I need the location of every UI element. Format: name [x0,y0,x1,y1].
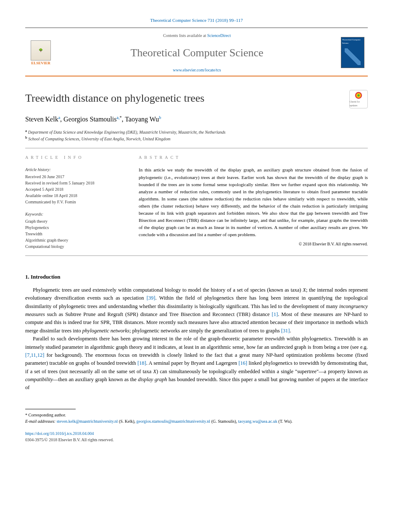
intro-para-2: Parallel to such developments there has … [25,335,368,392]
p1-g: . [290,328,291,334]
online-date: Available online 18 April 2018 [25,192,122,199]
p1-d: such as Subtree Prune and Regraft (SPR) … [45,311,272,317]
article-history: Article history: Received 26 June 2017 R… [25,166,122,250]
author-2: , Georgios Stamoulis [60,116,116,123]
keyword-3: Treewidth [25,231,122,237]
journal-header: 🌳 ELSEVIER Contents lists available at S… [25,28,368,76]
elsevier-logo: 🌳 ELSEVIER [29,39,53,66]
elsevier-tree-icon: 🌳 [31,40,51,61]
p2-a: Parallel to such developments there has … [33,336,265,342]
section-1-heading: 1. Introduction [25,273,368,281]
ref-16[interactable]: [16] [238,360,247,366]
corresponding-author-note: * Corresponding author. [25,412,368,418]
keywords-heading: Keywords: [25,211,122,217]
author-3: , Taoyang Wu [121,116,159,123]
display-graph-em: display graph [138,377,167,382]
affiliation-a: a Department of Data Science and Knowled… [25,129,368,135]
svg-point-2 [357,94,360,97]
header-left: 🌳 ELSEVIER [29,39,53,66]
affiliation-a-text: Department of Data Science and Knowledge… [28,130,226,134]
abstract-label: ABSTRACT [139,154,368,161]
intro-para-1: Phylogenetic trees are used extensively … [25,286,368,335]
p1-f: ; phylogenetic networks are simply the g… [129,328,281,334]
phylonet-em: phylogenetic networks [82,328,129,334]
treewidth-em: treewidth [265,336,285,342]
accepted-date: Accepted 5 April 2018 [25,186,122,192]
journal-name: Theoretical Computer Science [53,45,341,61]
rule-above-info [25,148,368,148]
journal-cover-thumbnail: Theoretical Computer Science [341,37,364,68]
check-updates-icon [354,91,363,100]
p2-d: . A seminal paper by Bryant and Lagergre… [146,360,239,366]
contents-available-line: Contents lists available at ScienceDirec… [53,32,341,39]
received-date: Received 26 June 2017 [25,174,122,180]
keyword-5: Computational biology [25,243,122,250]
abstract-column: ABSTRACT In this article we study the tr… [139,154,368,250]
author-list: Steven Kelka, Georgios Stamoulisa,*, Tao… [25,114,368,124]
ref-39[interactable]: [39] [147,295,156,301]
affiliation-b-text: School of Computing Sciences, University… [28,137,170,141]
ref-18[interactable]: [18] [137,360,146,366]
ref-1[interactable]: [1] [272,311,278,317]
email-kelk-who: (S. Kelk) [119,419,135,424]
keyword-2: Phylogenetics [25,224,122,231]
article-title: Treewidth distance on phylogenetic trees [25,90,205,106]
keyword-1: Graph theory [25,218,122,224]
check-badge-label: Check for updates [350,100,367,108]
title-row: Treewidth distance on phylogenetic trees… [25,90,368,108]
footnotes: * Corresponding author. E-mail addresses… [25,412,368,424]
issn-copyright: 0304-3975/© 2018 Elsevier B.V. All right… [25,437,368,443]
email-stamoulis[interactable]: georgios.stamoulis@maastrichtuniversity.… [137,419,211,424]
article-info-label: ARTICLE INFO [25,154,122,161]
citation-line: Theoretical Computer Science 731 (2018) … [25,17,368,24]
p1-a: Phylogenetic trees are used extensively … [33,287,303,293]
affiliation-b: b School of Computing Sciences, Universi… [25,135,368,142]
journal-homepage-link: www.elsevier.com/locate/tcs [53,67,341,73]
abstract-copyright: © 2018 Elsevier B.V. All rights reserved… [139,241,368,247]
cover-label: Theoretical Computer Science [342,39,361,44]
p2-g: —then an auxiliary graph known as the [53,377,138,382]
sciencedirect-link[interactable]: ScienceDirect [207,33,231,38]
header-center: Contents lists available at ScienceDirec… [53,32,341,73]
footnote-rule [25,409,76,409]
keyword-4: Algorithmic graph theory [25,237,122,243]
taxa-symbol-2: X [153,369,156,374]
communicated-by: Communicated by F.V. Fomin [25,199,122,205]
affiliations: a Department of Data Science and Knowled… [25,129,368,142]
publisher-name: ELSEVIER [31,61,50,66]
p2-f: ) can simultaneously be topologically em… [156,369,368,374]
corresponding-text: Corresponding author. [29,413,66,417]
email-label: E-mail addresses: [25,419,55,424]
email-addresses-line: E-mail addresses: steven.kelk@maastricht… [25,418,368,424]
doi-link[interactable]: https://doi.org/10.1016/j.tcs.2018.04.00… [25,431,94,436]
history-heading: Article history: [25,166,122,173]
email-stamoulis-who: (G. Stamoulis) [211,419,236,424]
info-abstract-row: ARTICLE INFO Article history: Received 2… [25,154,368,256]
email-wu-who: (T. Wu) [278,419,291,424]
compatibility-em: compatibility [25,377,53,382]
email-kelk[interactable]: steven.kelk@maastrichtuniversity.nl [57,419,118,424]
article-info-column: ARTICLE INFO Article history: Received 2… [25,154,122,250]
check-updates-badge[interactable]: Check for updates [349,90,368,108]
author-3-affil: b [159,115,161,120]
email-wu[interactable]: taoyang.wu@uea.ac.uk [238,419,277,424]
taxa-symbol: X [303,287,306,293]
contents-prefix: Contents lists available at [163,33,207,38]
journal-url-link[interactable]: www.elsevier.com/locate/tcs [173,68,221,72]
revised-date: Received in revised form 5 January 2018 [25,180,122,186]
ref-7-11-12[interactable]: [7,11,12] [25,352,44,358]
ref-31[interactable]: [31] [281,328,290,334]
abstract-text: In this article we study the treewidth o… [139,166,368,238]
doi-block: https://doi.org/10.1016/j.tcs.2018.04.00… [25,430,368,443]
author-1: Steven Kelk [25,116,58,123]
